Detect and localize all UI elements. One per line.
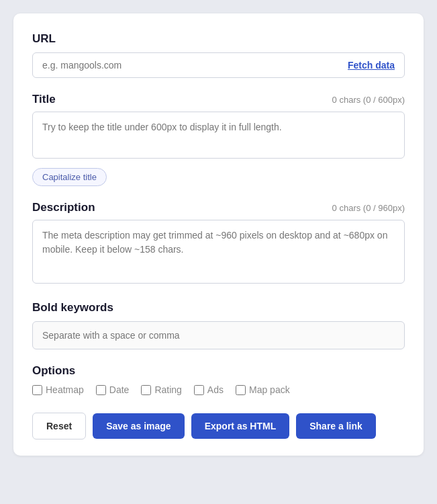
save-as-image-button[interactable]: Save as image: [93, 413, 185, 439]
title-char-count: 0 chars (0 / 600px): [332, 95, 405, 105]
option-date-label: Date: [109, 384, 130, 395]
description-row-header: Description 0 chars (0 / 960px): [32, 201, 405, 214]
option-rating[interactable]: Rating: [141, 384, 181, 395]
reset-button[interactable]: Reset: [32, 413, 86, 439]
description-section-label: Description: [32, 201, 95, 214]
capitalize-title-button[interactable]: Capitalize title: [32, 168, 107, 186]
checkbox-date[interactable]: [96, 385, 106, 395]
option-rating-label: Rating: [154, 384, 181, 395]
checkbox-rating[interactable]: [141, 385, 151, 395]
url-input[interactable]: [33, 53, 338, 77]
option-mappack-label: Map pack: [249, 384, 290, 395]
url-section-label: URL: [32, 32, 405, 46]
keywords-input[interactable]: [32, 321, 405, 349]
export-as-html-button[interactable]: Export as HTML: [191, 413, 290, 439]
checkbox-mappack[interactable]: [236, 385, 246, 395]
title-section-label: Title: [32, 93, 56, 106]
main-card: URL Fetch data Title 0 chars (0 / 600px)…: [13, 13, 424, 456]
option-mappack[interactable]: Map pack: [236, 384, 290, 395]
option-heatmap[interactable]: Heatmap: [32, 384, 84, 395]
options-row: Heatmap Date Rating Ads Map pack: [32, 384, 405, 395]
option-ads-label: Ads: [207, 384, 224, 395]
keywords-section-label: Bold keywords: [32, 301, 405, 314]
action-row: Reset Save as image Export as HTML Share…: [32, 413, 405, 439]
url-input-wrapper: Fetch data: [32, 52, 405, 78]
options-section-label: Options: [32, 364, 405, 378]
share-a-link-button[interactable]: Share a link: [296, 413, 376, 439]
description-textarea[interactable]: [32, 220, 405, 284]
fetch-data-button[interactable]: Fetch data: [338, 53, 404, 77]
title-row-header: Title 0 chars (0 / 600px): [32, 93, 405, 106]
option-heatmap-label: Heatmap: [46, 384, 84, 395]
title-textarea[interactable]: [32, 112, 405, 159]
description-char-count: 0 chars (0 / 960px): [332, 203, 405, 213]
option-ads[interactable]: Ads: [194, 384, 224, 395]
checkbox-ads[interactable]: [194, 385, 204, 395]
checkbox-heatmap[interactable]: [32, 385, 42, 395]
option-date[interactable]: Date: [96, 384, 130, 395]
